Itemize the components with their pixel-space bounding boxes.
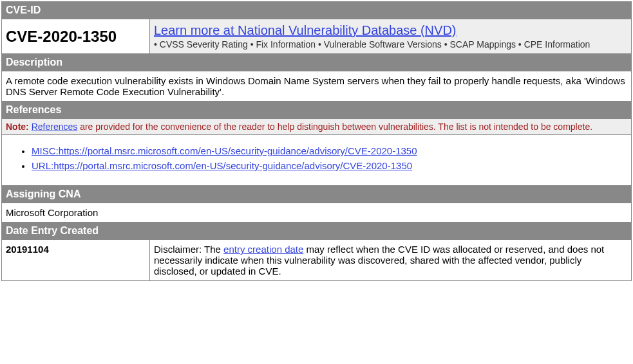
date-entry-created-value: 20191104: [2, 240, 150, 281]
references-list: MISC:https://portal.msrc.microsoft.com/e…: [2, 135, 632, 186]
assigning-cna-value: Microsoft Corporation: [2, 203, 632, 223]
learn-more-subtext: • CVSS Severity Rating • Fix Information…: [154, 39, 627, 50]
references-help-link[interactable]: References: [32, 122, 78, 132]
reference-link[interactable]: URL:https://portal.msrc.microsoft.com/en…: [32, 160, 412, 171]
references-note: Note: References are provided for the co…: [2, 119, 632, 135]
reference-item: MISC:https://portal.msrc.microsoft.com/e…: [32, 145, 627, 156]
header-cve-id: CVE-ID: [2, 2, 632, 19]
reference-item: URL:https://portal.msrc.microsoft.com/en…: [32, 160, 627, 171]
note-label: Note:: [6, 122, 29, 132]
cve-detail-table: CVE-ID CVE-2020-1350 Learn more at Natio…: [1, 1, 632, 281]
header-assigning-cna: Assigning CNA: [2, 186, 632, 203]
disclaimer-prefix: Disclaimer: The: [154, 244, 223, 255]
header-references: References: [2, 102, 632, 119]
cve-id-value: CVE-2020-1350: [2, 19, 150, 54]
entry-creation-date-link[interactable]: entry creation date: [223, 244, 303, 255]
note-text: are provided for the convenience of the …: [77, 122, 592, 132]
header-date-entry-created: Date Entry Created: [2, 223, 632, 240]
nvd-link[interactable]: Learn more at National Vulnerability Dat…: [154, 23, 456, 37]
reference-link[interactable]: MISC:https://portal.msrc.microsoft.com/e…: [32, 145, 417, 156]
description-text: A remote code execution vulnerability ex…: [2, 71, 632, 102]
learn-more-cell: Learn more at National Vulnerability Dat…: [150, 19, 632, 54]
header-description: Description: [2, 54, 632, 71]
disclaimer-cell: Disclaimer: The entry creation date may …: [150, 240, 632, 281]
